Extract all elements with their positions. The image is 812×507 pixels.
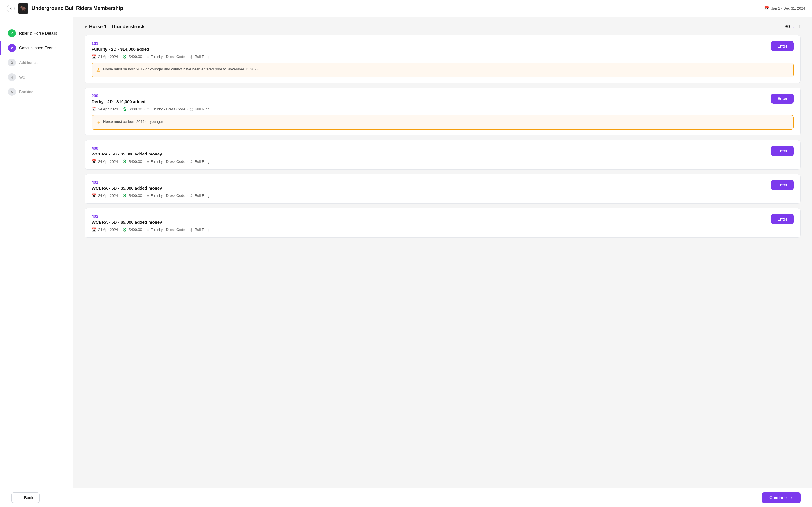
event-card-200: 200 Derby - 2D - $10,000 added 📅 24 Apr … (85, 88, 801, 135)
event-info-400: 400 WCBRA - 5D - $5,000 added money 📅 24… (92, 146, 771, 164)
location-meta-icon-200: ◎ (190, 107, 193, 111)
continue-button[interactable]: Continue → (762, 492, 801, 503)
location-meta-icon-402: ◎ (190, 227, 193, 232)
main-content: ▾ Horse 1 - Thunderstruck $0 ↓ ↑ 101 Fut… (73, 17, 812, 507)
event-card-top-402: 402 WCBRA - 5D - $5,000 added money 📅 24… (92, 214, 794, 232)
enter-button-402[interactable]: Enter (771, 214, 794, 224)
event-info-402: 402 WCBRA - 5D - $5,000 added money 📅 24… (92, 214, 771, 232)
header-left: × 🐂 Underground Bull Riders Membership (7, 3, 123, 13)
event-info-401: 401 WCBRA - 5D - $5,000 added money 📅 24… (92, 180, 771, 198)
step-badge-1: ✓ (8, 29, 16, 37)
event-name-400: WCBRA - 5D - $5,000 added money (92, 152, 771, 156)
event-date-401: 24 Apr 2024 (98, 193, 118, 198)
location-meta-icon-101: ◎ (190, 54, 193, 59)
enter-button-101[interactable]: Enter (771, 41, 794, 51)
horse-total-value: $0 (784, 24, 790, 30)
warning-icon-101: ⚠ (96, 67, 100, 73)
event-info-101: 101 Futurity - 2D - $14,000 added 📅 24 A… (92, 41, 771, 59)
event-date-200: 24 Apr 2024 (98, 107, 118, 111)
warning-text-200: Horse must be born 2016 or younger (103, 119, 163, 124)
event-name-101: Futurity - 2D - $14,000 added (92, 47, 771, 52)
chevron-down-icon[interactable]: ▾ (85, 24, 87, 29)
calendar-meta-icon-401: 📅 (92, 193, 96, 198)
sidebar-label-banking: Banking (19, 90, 34, 94)
event-meta-101: 📅 24 Apr 2024 · 💲 $400.00 · ≡ Futurity -… (92, 54, 771, 59)
event-location-401: Bull Ring (195, 193, 209, 198)
sidebar-item-w9[interactable]: 4 W9 (0, 70, 73, 84)
step-badge-5: 5 (8, 88, 16, 96)
sidebar-item-additionals[interactable]: 3 Additionals (0, 55, 73, 70)
horse-title: Horse 1 - Thunderstruck (89, 24, 145, 30)
event-date-402: 24 Apr 2024 (98, 228, 118, 232)
continue-arrow-icon: → (789, 496, 793, 500)
sort-up-arrow-icon[interactable]: ↑ (798, 24, 801, 30)
event-name-402: WCBRA - 5D - $5,000 added money (92, 220, 771, 224)
event-number-402: 402 (92, 214, 771, 219)
back-button[interactable]: ← Back (11, 492, 40, 503)
event-location-402: Bull Ring (195, 228, 209, 232)
event-dress-code-402: Futurity - Dress Code (151, 228, 186, 232)
event-name-200: Derby - 2D - $10,000 added (92, 99, 771, 104)
dollar-meta-icon-402: 💲 (122, 227, 127, 232)
event-card-top-101: 101 Futurity - 2D - $14,000 added 📅 24 A… (92, 41, 794, 59)
event-fee-101: $400.00 (129, 55, 142, 59)
event-dress-code-400: Futurity - Dress Code (151, 159, 186, 164)
event-dress-code-101: Futurity - Dress Code (151, 55, 186, 59)
step-badge-2: 2 (8, 44, 16, 52)
event-location-200: Bull Ring (195, 107, 209, 111)
event-number-401: 401 (92, 180, 771, 184)
step-badge-3: 3 (8, 59, 16, 66)
sidebar-item-banking[interactable]: 5 Banking (0, 84, 73, 99)
event-meta-200: 📅 24 Apr 2024 · 💲 $400.00 · ≡ Futurity -… (92, 107, 771, 111)
layers-meta-icon-101: ≡ (146, 54, 149, 59)
event-card-top-400: 400 WCBRA - 5D - $5,000 added money 📅 24… (92, 146, 794, 164)
logo-icon: 🐂 (18, 3, 28, 13)
enter-button-401[interactable]: Enter (771, 180, 794, 190)
event-date-101: 24 Apr 2024 (98, 55, 118, 59)
event-location-101: Bull Ring (195, 55, 209, 59)
footer: ← Back Continue → (0, 488, 812, 507)
close-button[interactable]: × (7, 4, 15, 12)
sidebar-label-additionals: Additionals (19, 60, 39, 65)
layers-meta-icon-401: ≡ (146, 193, 149, 198)
horse-total-area: $0 ↓ ↑ (784, 24, 801, 30)
horse-section-header: ▾ Horse 1 - Thunderstruck $0 ↓ ↑ (85, 24, 801, 30)
event-dress-code-401: Futurity - Dress Code (151, 193, 186, 198)
event-number-400: 400 (92, 146, 771, 151)
event-fee-402: $400.00 (129, 228, 142, 232)
event-card-400: 400 WCBRA - 5D - $5,000 added money 📅 24… (85, 140, 801, 170)
sort-down-arrow-icon[interactable]: ↓ (793, 24, 795, 30)
event-card-top-200: 200 Derby - 2D - $10,000 added 📅 24 Apr … (92, 94, 794, 111)
enter-button-200[interactable]: Enter (771, 94, 794, 104)
back-label: Back (24, 496, 33, 500)
sidebar-label-w9: W9 (19, 75, 25, 79)
event-meta-401: 📅 24 Apr 2024 · 💲 $400.00 · ≡ Futurity -… (92, 193, 771, 198)
enter-button-400[interactable]: Enter (771, 146, 794, 156)
events-container: 101 Futurity - 2D - $14,000 added 📅 24 A… (85, 35, 801, 238)
event-dress-code-200: Futurity - Dress Code (151, 107, 186, 111)
dollar-meta-icon-400: 💲 (122, 159, 127, 164)
dollar-meta-icon-101: 💲 (122, 54, 127, 59)
event-fee-401: $400.00 (129, 193, 142, 198)
event-fee-400: $400.00 (129, 159, 142, 164)
app-title: Underground Bull Riders Membership (32, 5, 123, 11)
calendar-meta-icon-402: 📅 (92, 227, 96, 232)
sidebar-item-rider-horse[interactable]: ✓ Rider & Horse Details (0, 26, 73, 41)
content-inner: ▾ Horse 1 - Thunderstruck $0 ↓ ↑ 101 Fut… (85, 24, 801, 265)
dollar-meta-icon-200: 💲 (122, 107, 127, 111)
warning-icon-200: ⚠ (96, 119, 100, 126)
layers-meta-icon-400: ≡ (146, 159, 149, 164)
sidebar-item-cosanctioned[interactable]: 2 Cosanctioned Events (0, 41, 73, 55)
warning-text-101: Horse must be born 2019 or younger and c… (103, 66, 259, 72)
layers-meta-icon-402: ≡ (146, 227, 149, 232)
step-badge-4: 4 (8, 73, 16, 81)
warning-box-101: ⚠ Horse must be born 2019 or younger and… (92, 63, 794, 77)
event-location-400: Bull Ring (195, 159, 209, 164)
calendar-meta-icon-400: 📅 (92, 159, 96, 164)
event-date-400: 24 Apr 2024 (98, 159, 118, 164)
close-icon: × (10, 6, 12, 11)
event-number-101: 101 (92, 41, 771, 46)
event-name-401: WCBRA - 5D - $5,000 added money (92, 186, 771, 190)
event-card-top-401: 401 WCBRA - 5D - $5,000 added money 📅 24… (92, 180, 794, 198)
main-layout: ✓ Rider & Horse Details 2 Cosanctioned E… (0, 17, 812, 507)
